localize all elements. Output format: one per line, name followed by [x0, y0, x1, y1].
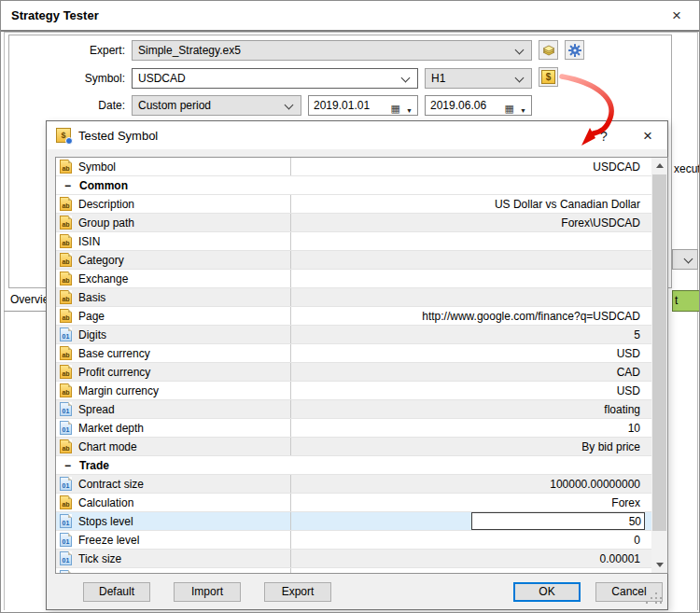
property-value-cell[interactable]: US Dollar vs Canadian Dollar	[291, 198, 651, 211]
property-name-cell[interactable]: abCalculation	[56, 494, 291, 511]
property-name-cell[interactable]: 01Contract size	[56, 475, 291, 493]
property-name-cell[interactable]: abChart mode	[56, 438, 291, 455]
property-value-cell[interactable]: USD	[291, 347, 651, 360]
help-button[interactable]: ?	[590, 125, 618, 147]
property-row[interactable]: 01Stops level	[56, 512, 651, 531]
property-name-cell[interactable]: 01Freeze level	[56, 531, 291, 549]
property-row[interactable]: abBase currencyUSD	[56, 344, 651, 363]
group-row[interactable]: −Trade	[56, 456, 651, 475]
property-row[interactable]: abChart modeBy bid price	[56, 438, 651, 456]
property-value-cell[interactable]: 0	[291, 534, 651, 547]
property-name-cell[interactable]: 01Tick size	[56, 550, 291, 567]
property-name-cell[interactable]: abDescription	[56, 195, 291, 213]
property-name-cell[interactable]: 01Spread	[56, 400, 291, 418]
property-name-cell[interactable]: abMargin currency	[56, 382, 291, 399]
property-row[interactable]: 01Market depth10	[56, 419, 651, 438]
default-button[interactable]: Default	[83, 582, 150, 602]
integer-field-icon: 01	[60, 551, 72, 565]
scroll-up-button[interactable]	[651, 158, 667, 174]
market-button[interactable]	[539, 40, 558, 60]
property-row[interactable]: 01Freeze level0	[56, 531, 651, 550]
property-row[interactable]: abCategory	[56, 251, 651, 270]
main-close-button[interactable]: ×	[664, 5, 690, 27]
date-from-picker[interactable]: 2019.01.01 ▦ ▼	[308, 95, 418, 116]
ok-button[interactable]: OK	[513, 582, 581, 602]
property-value-cell[interactable]: 100000.00000000	[291, 478, 651, 491]
property-value-cell[interactable]: Forex\USDCAD	[291, 216, 651, 230]
property-name-cell[interactable]: 01	[56, 568, 291, 574]
calendar-icon: ▦	[391, 99, 400, 118]
scrollbar-thumb[interactable]	[652, 174, 666, 531]
period-value: H1	[431, 72, 445, 85]
property-value-cell[interactable]: 5	[291, 328, 651, 341]
property-row[interactable]: 01Tick size0.00001	[56, 550, 651, 568]
symbol-properties-button[interactable]: $	[539, 67, 558, 87]
property-value-cell[interactable]: USDCAD	[291, 160, 651, 174]
dialog-close-button[interactable]: ×	[634, 125, 662, 147]
expert-properties-button[interactable]	[565, 40, 584, 60]
expert-label: Expert:	[36, 40, 125, 61]
property-row[interactable]: 01Spreadfloating	[56, 400, 651, 419]
property-value-cell[interactable]: Forex	[291, 496, 651, 509]
property-name-cell[interactable]: abBasis	[56, 288, 291, 306]
export-button[interactable]: Export	[264, 582, 331, 602]
property-name-cell[interactable]: abSymbol	[56, 158, 291, 175]
property-name-cell[interactable]: 01Digits	[56, 326, 291, 343]
property-row[interactable]: abPagehttp://www.google.com/finance?q=US…	[56, 307, 651, 326]
background-combobox-fragment[interactable]	[672, 249, 698, 270]
property-row[interactable]: abCalculationForex	[56, 494, 651, 512]
property-value-cell[interactable]: USD	[291, 384, 651, 397]
property-value-cell[interactable]: 10	[291, 422, 651, 435]
group-row[interactable]: −Common	[56, 176, 651, 195]
period-combobox[interactable]: H1	[425, 68, 532, 89]
property-name-cell[interactable]: abCategory	[56, 251, 291, 269]
property-row[interactable]: abSymbolUSDCAD	[56, 158, 651, 176]
resize-grip[interactable]	[655, 592, 657, 594]
property-value-cell[interactable]: floating	[291, 403, 651, 416]
cancel-button[interactable]: Cancel	[595, 582, 663, 602]
property-value-cell[interactable]: 0.00001	[291, 552, 651, 565]
scroll-down-button[interactable]	[651, 557, 667, 573]
property-name-cell[interactable]: abISIN	[56, 232, 291, 250]
property-row[interactable]: abISIN	[56, 232, 651, 251]
property-label: Profit currency	[78, 366, 150, 379]
property-row[interactable]: abExchange	[56, 270, 651, 288]
start-button-fragment[interactable]: t	[672, 290, 700, 312]
triangle-up-icon	[656, 163, 664, 168]
property-name-cell[interactable]: 01Stops level	[56, 512, 291, 530]
date-mode-combobox[interactable]: Custom period	[132, 95, 301, 116]
property-name-cell[interactable]: 01Market depth	[56, 419, 291, 437]
collapse-icon[interactable]: −	[64, 459, 71, 472]
property-label: Group path	[78, 216, 134, 230]
property-name-cell[interactable]: abProfit currency	[56, 363, 291, 381]
symbol-combobox[interactable]: USDCAD	[132, 68, 418, 89]
expert-combobox[interactable]: Simple_Strategy.ex5	[132, 40, 532, 61]
symbol-value: USDCAD	[138, 72, 186, 85]
property-row[interactable]: 01Contract size100000.00000000	[56, 475, 651, 494]
property-value-cell[interactable]: CAD	[291, 366, 651, 379]
property-name-cell[interactable]: abBase currency	[56, 344, 291, 362]
property-label: Basis	[78, 291, 105, 304]
date-to-picker[interactable]: 2019.06.06 ▦ ▼	[425, 95, 532, 116]
triangle-down-icon	[656, 563, 664, 567]
property-row[interactable]: 01	[56, 568, 651, 574]
stops-level-input[interactable]	[471, 512, 645, 530]
property-row[interactable]: abMargin currencyUSD	[56, 382, 651, 400]
import-button[interactable]: Import	[174, 582, 241, 602]
property-row[interactable]: 01Digits5	[56, 326, 651, 344]
property-name-cell[interactable]: abGroup path	[56, 214, 291, 231]
property-name-cell[interactable]: abPage	[56, 307, 291, 325]
property-row[interactable]: abBasis	[56, 288, 651, 307]
expert-value: Simple_Strategy.ex5	[138, 44, 241, 57]
collapse-icon[interactable]: −	[64, 179, 71, 192]
table-scrollbar[interactable]	[651, 158, 667, 573]
caret-down-icon: ▼	[520, 102, 526, 120]
overview-tab[interactable]: Overview	[10, 293, 46, 309]
property-value-cell[interactable]: http://www.google.com/finance?q=USDCAD	[291, 310, 651, 323]
integer-field-icon: 01	[60, 327, 72, 341]
property-row[interactable]: abGroup pathForex\USDCAD	[56, 214, 651, 232]
property-row[interactable]: abDescriptionUS Dollar vs Canadian Dolla…	[56, 195, 651, 214]
property-row[interactable]: abProfit currencyCAD	[56, 363, 651, 382]
property-name-cell[interactable]: abExchange	[56, 270, 291, 287]
property-value-cell[interactable]: By bid price	[291, 440, 651, 453]
